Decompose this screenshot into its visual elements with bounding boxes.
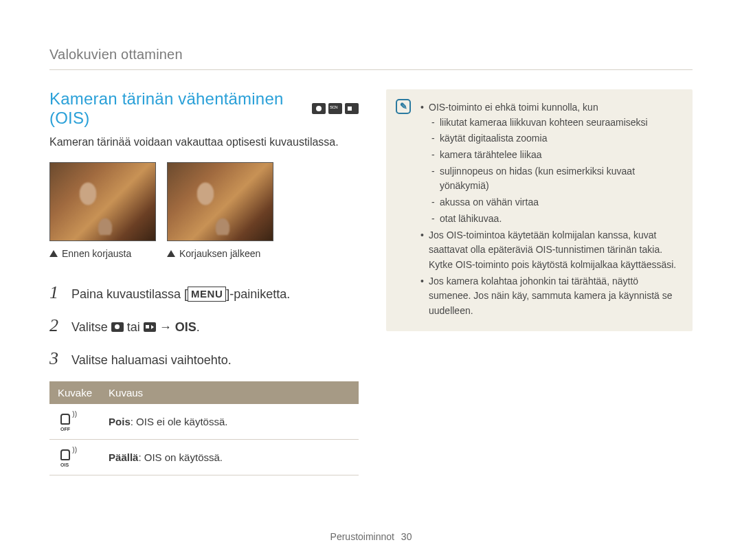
option-desc: : OIS on käytössä. — [138, 451, 223, 463]
note-icon: ✎ — [396, 99, 411, 114]
page-number: 30 — [401, 531, 412, 542]
option-label: Päällä — [109, 451, 138, 463]
breadcrumb: Valokuvien ottaminen — [49, 47, 693, 63]
camera-mode-icon — [312, 103, 326, 114]
note-box: ✎ OIS-toiminto ei ehkä toimi kunnolla, k… — [386, 89, 693, 331]
divider — [49, 69, 693, 70]
options-table: Kuvake Kuvaus )) OFF Pois: OIS ei — [49, 381, 359, 475]
manual-page: Valokuvien ottaminen Kameran tärinän väh… — [0, 0, 742, 560]
option-desc: : OIS ei ole käytössä. — [131, 416, 228, 427]
note-item: Jos OIS-toimintoa käytetään kolmijalan k… — [420, 228, 680, 273]
step-number: 3 — [49, 348, 62, 369]
step-2: 2 Valitse tai → OIS. — [49, 315, 359, 336]
intro-text: Kameran tärinää voidaan vakauttaa optise… — [49, 136, 359, 148]
col-desc: Kuvaus — [100, 381, 359, 404]
note-subitem: liikutat kameraa liikkuvan kohteen seura… — [431, 115, 680, 131]
after-caption: Korjauksen jälkeen — [179, 248, 260, 259]
step-number: 2 — [49, 315, 62, 336]
note-item: OIS-toiminto ei ehkä toimi kunnolla, kun… — [420, 100, 680, 227]
arrow-icon: → — [156, 320, 175, 334]
page-title: Kameran tärinän vähentäminen (OIS) — [49, 89, 305, 128]
ois-on-icon: )) OIS — [58, 448, 76, 464]
content-columns: Kameran tärinän vähentäminen (OIS) Kamer… — [49, 89, 693, 475]
title-row: Kameran tärinän vähentäminen (OIS) — [49, 89, 359, 128]
note-subitem: otat lähikuvaa. — [431, 212, 680, 227]
step-1: 1 Paina kuvaustilassa [MENU]-painiketta. — [49, 282, 359, 303]
step-text: Valitse haluamasi vaihtoehto. — [71, 352, 232, 368]
note-subitem: akussa on vähän virtaa — [431, 195, 680, 210]
step-text: Paina kuvaustilassa [MENU]-painiketta. — [71, 287, 290, 302]
scn-mode-icon — [328, 103, 342, 114]
note-sublist: liikutat kameraa liikkuvan kohteen seura… — [429, 115, 680, 227]
table-header-row: Kuvake Kuvaus — [49, 381, 359, 404]
text: . — [196, 320, 200, 334]
after-block: Korjauksen jälkeen — [167, 162, 273, 259]
note-subitem: käytät digitaalista zoomia — [431, 131, 680, 146]
table-row: )) OIS Päällä: OIS on käytössä. — [49, 440, 359, 475]
col-icon: Kuvake — [49, 381, 100, 404]
text: Valitse — [71, 320, 111, 334]
step-3: 3 Valitse haluamasi vaihtoehto. — [49, 348, 359, 369]
note-subitem: suljinnopeus on hidas (kun esimerkiksi k… — [431, 164, 680, 194]
note-subitem: kamera tärähtelee liikaa — [431, 148, 680, 163]
icon-sublabel: OIS — [60, 462, 69, 467]
camera-icon — [111, 322, 124, 332]
comparison-photos: Ennen korjausta Korjauksen jälkeen — [49, 162, 359, 259]
note-list: OIS-toiminto ei ehkä toimi kunnolla, kun… — [420, 100, 680, 319]
before-block: Ennen korjausta — [49, 162, 156, 259]
after-photo — [167, 162, 273, 241]
triangle-icon — [49, 250, 58, 257]
text: ]-painiketta. — [226, 287, 290, 301]
page-footer: Perustoiminnot 30 — [0, 531, 742, 542]
before-photo — [49, 162, 156, 241]
text: tai — [124, 320, 144, 334]
left-column: Kameran tärinän vähentäminen (OIS) Kamer… — [49, 89, 359, 475]
option-label: Pois — [109, 416, 131, 427]
menu-button-label: MENU — [188, 287, 226, 302]
table-row: )) OFF Pois: OIS ei ole käytössä. — [49, 404, 359, 440]
icon-cell: )) OIS — [49, 440, 100, 475]
icon-sublabel: OFF — [60, 427, 70, 432]
note-item: Jos kamera kolahtaa johonkin tai tärähtä… — [420, 274, 680, 319]
desc-cell: Päällä: OIS on käytössä. — [100, 440, 359, 475]
ois-off-icon: )) OFF — [58, 412, 76, 429]
before-caption: Ennen korjausta — [62, 248, 131, 259]
desc-cell: Pois: OIS ei ole käytössä. — [100, 404, 359, 440]
triangle-icon — [167, 250, 175, 257]
video-mode-icon — [345, 103, 359, 114]
right-column: ✎ OIS-toiminto ei ehkä toimi kunnolla, k… — [386, 89, 693, 475]
after-caption-row: Korjauksen jälkeen — [167, 248, 273, 259]
icon-cell: )) OFF — [49, 404, 100, 440]
ois-label: OIS — [175, 320, 196, 334]
step-text: Valitse tai → OIS. — [71, 320, 200, 335]
note-text: OIS-toiminto ei ehkä toimi kunnolla, kun — [429, 102, 598, 113]
step-number: 1 — [49, 282, 62, 303]
footer-section: Perustoiminnot — [330, 531, 394, 542]
mode-icons — [312, 103, 359, 114]
video-icon — [144, 322, 156, 332]
text: Paina kuvaustilassa [ — [71, 287, 188, 301]
steps-list: 1 Paina kuvaustilassa [MENU]-painiketta.… — [49, 282, 359, 369]
before-caption-row: Ennen korjausta — [49, 248, 156, 259]
